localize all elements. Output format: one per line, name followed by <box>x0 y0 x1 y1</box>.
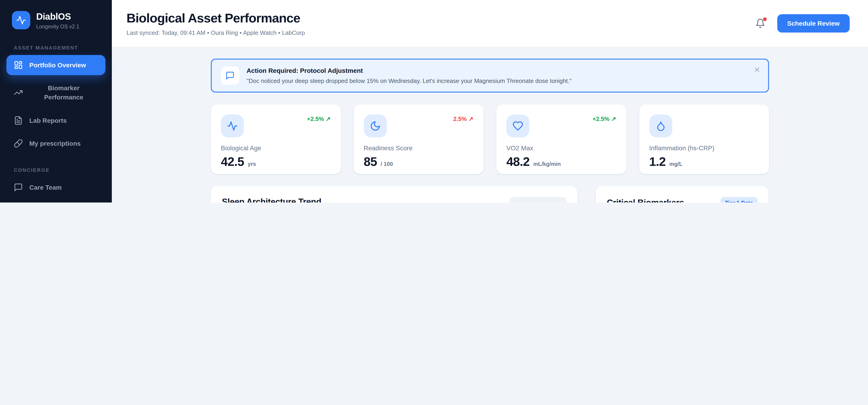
sidebar-item-profile-genetics[interactable]: Profile & Genetics <box>6 200 105 202</box>
stat-icon-chip <box>649 115 672 137</box>
stat-trend: +2.5% ↗ <box>593 116 616 122</box>
alert-title: Action Required: Protocol Adjustment <box>247 67 571 74</box>
critical-biomarkers-card: Critical Biomarkers Tier 1 Data ApoB Abo… <box>596 186 769 202</box>
stat-card-readiness-score: 2.5% ↗ Readiness Score 85 / 100 <box>353 104 484 174</box>
sidebar-nav-concierge: Care Team Profile & Genetics Settings <box>0 177 112 202</box>
sidebar-item-label: Portfolio Overview <box>29 61 86 69</box>
stat-card-vo2-max: +2.5% ↗ VO2 Max 48.2 mL/kg/min <box>496 104 626 174</box>
dashboard-icon <box>14 60 23 70</box>
alert-message: "Doc noticed your deep sleep dropped bel… <box>247 77 571 84</box>
brand: DiablOS Longevity OS v2.1 <box>0 0 112 34</box>
sidebar-item-my-prescriptions[interactable]: My prescriptions <box>6 133 105 153</box>
main-content: Action Required: Protocol Adjustment "Do… <box>112 47 868 202</box>
sidebar-item-label: My prescriptions <box>29 139 81 147</box>
stat-label: VO2 Max <box>506 144 616 152</box>
biomarkers-title: Critical Biomarkers <box>607 198 684 202</box>
message-square-icon <box>14 183 23 192</box>
stat-value: 48.2 <box>506 155 530 169</box>
stat-unit: yrs <box>248 161 256 167</box>
sidebar-item-label: Care Team <box>29 184 62 191</box>
close-icon <box>753 66 761 73</box>
stat-trend: +2.5% ↗ <box>307 116 331 122</box>
section-label-concierge: CONCIERGE <box>0 156 112 177</box>
sidebar-nav: Portfolio Overview Biomarker Performance… <box>0 55 112 156</box>
file-text-icon <box>14 116 23 125</box>
stat-icon-chip <box>221 115 244 137</box>
stat-value: 85 <box>364 155 377 169</box>
sidebar: DiablOS Longevity OS v2.1 ASSET MANAGEME… <box>0 0 112 202</box>
stat-unit: mg/L <box>669 161 682 167</box>
page-title: Biological Asset Performance <box>126 11 305 25</box>
notification-dot <box>763 18 767 21</box>
chart-title: Sleep Architecture Trend <box>222 197 460 202</box>
sidebar-item-label: Lab Reports <box>29 117 67 124</box>
sidebar-item-portfolio-overview[interactable]: Portfolio Overview <box>6 55 105 75</box>
pill-icon <box>14 138 23 148</box>
heart-icon <box>513 121 523 131</box>
stats-row: +2.5% ↗ Biological Age 42.5 yrs 2.5% ↗ <box>211 104 769 174</box>
alert-icon-chip <box>221 66 239 85</box>
activity-icon <box>16 15 26 25</box>
range-selector-value: Last 7 Days <box>516 201 549 202</box>
sidebar-item-biomarker-performance[interactable]: Biomarker Performance <box>6 78 105 107</box>
activity-icon <box>227 121 238 131</box>
section-label-asset-management: ASSET MANAGEMENT <box>0 34 112 55</box>
brand-subtitle: Longevity OS v2.1 <box>36 24 79 29</box>
brand-logo <box>12 11 30 29</box>
trending-up-icon <box>14 88 23 97</box>
range-selector[interactable]: Last 7 Days <box>509 197 566 202</box>
alert-close-button[interactable] <box>753 66 761 73</box>
stat-icon-chip <box>506 115 529 137</box>
stat-label: Readiness Score <box>364 144 473 152</box>
schedule-review-button[interactable]: Schedule Review <box>777 14 850 33</box>
message-square-icon <box>225 71 235 80</box>
stat-value: 1.2 <box>649 155 666 169</box>
brand-name: DiablOS <box>36 11 79 22</box>
moon-icon <box>370 121 381 131</box>
header: Biological Asset Performance Last synced… <box>112 0 868 47</box>
stat-card-biological-age: +2.5% ↗ Biological Age 42.5 yrs <box>211 104 341 174</box>
chevron-down-icon <box>554 201 560 202</box>
app-root: DiablOS Longevity OS v2.1 ASSET MANAGEME… <box>0 0 868 202</box>
stat-label: Biological Age <box>221 144 331 152</box>
stat-label: Inflammation (hs-CRP) <box>649 144 759 152</box>
sleep-architecture-card: Sleep Architecture Trend Each bar = one … <box>211 186 578 202</box>
droplet-icon <box>655 121 666 131</box>
last-synced-status: Last synced: Today, 09:41 AM • Oura Ring… <box>126 29 305 36</box>
stat-unit: / 100 <box>381 161 393 167</box>
stat-trend: 2.5% ↗ <box>453 116 473 122</box>
stat-card-inflammation: Inflammation (hs-CRP) 1.2 mg/L <box>639 104 769 174</box>
stat-unit: mL/kg/min <box>533 161 561 167</box>
stat-icon-chip <box>364 115 386 137</box>
protocol-alert-banner: Action Required: Protocol Adjustment "Do… <box>211 59 769 93</box>
tier-badge: Tier 1 Data <box>720 197 757 202</box>
sidebar-item-care-team[interactable]: Care Team <box>6 177 105 197</box>
notifications-button[interactable] <box>755 18 765 28</box>
stat-value: 42.5 <box>221 155 244 169</box>
sidebar-item-lab-reports[interactable]: Lab Reports <box>6 110 105 130</box>
sidebar-item-label: Biomarker Performance <box>29 83 98 102</box>
